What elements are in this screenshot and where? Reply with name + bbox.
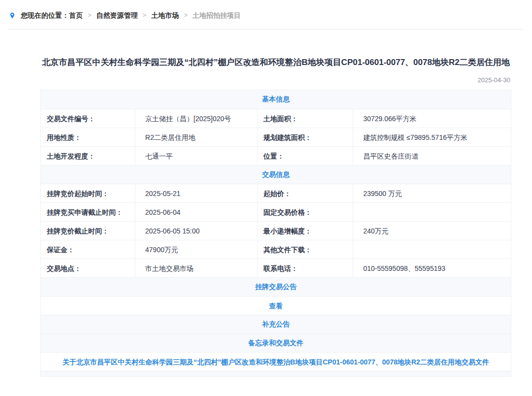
section-title: 备忘录和交易文件 <box>248 339 303 348</box>
breadcrumb-separator: > <box>184 10 188 20</box>
section-header-row: 挂牌交易公告 <box>41 277 511 296</box>
field-label: 土地开发程度： <box>41 147 135 165</box>
field-label: 最小递增幅度： <box>257 222 353 240</box>
section-header-row: 基本信息 <box>41 90 511 109</box>
page-title: 北京市昌平区中关村生命科学园三期及“北四村”棚户区改造和环境整治B地块项目CP0… <box>40 56 511 69</box>
transaction-file-link[interactable]: 关于北京市昌平区中关村生命科学园三期及“北四村”棚户区改造和环境整治B地块项目C… <box>63 357 489 367</box>
table-row: 挂牌竞价截止时间： 2025-06-05 15:00 最小递增幅度： 240万元 <box>41 221 511 240</box>
field-value <box>353 203 511 221</box>
section-title: 挂牌交易公告 <box>255 283 297 292</box>
field-label: 交易文件编号： <box>41 109 135 128</box>
field-label: 固定交易价格： <box>257 203 353 221</box>
breadcrumb-item-natural-resources[interactable]: 自然资源管理 <box>97 10 138 20</box>
field-value: 010-55595098、55595193 <box>353 259 511 277</box>
breadcrumb-item-land-market[interactable]: 土地市场 <box>151 10 179 20</box>
section-title: 基本信息 <box>262 95 290 104</box>
table-row: 挂牌竞买申请截止时间： 2025-06-04 固定交易价格： <box>41 202 511 221</box>
field-label: 其他文件下载： <box>257 240 353 259</box>
field-label: 位置： <box>257 147 353 165</box>
field-value: 2025-06-04 <box>135 203 257 221</box>
field-value: 2025-05-21 <box>135 184 257 202</box>
table-row: 交易文件编号： 京土储挂（昌）[2025]020号 土地面积： 30729.06… <box>41 109 511 128</box>
header-divider <box>9 29 523 30</box>
table-row: 土地开发程度： 七通一平 位置： 昌平区史各庄街道 <box>41 146 511 165</box>
breadcrumb-separator: > <box>143 10 147 20</box>
view-link[interactable]: 查看 <box>269 301 283 311</box>
field-label: 规划建筑面积： <box>257 128 353 146</box>
field-value: 239500 万元 <box>353 184 511 202</box>
field-value: 47900万元 <box>135 240 257 259</box>
detail-table: 基本信息 交易文件编号： 京土储挂（昌）[2025]020号 土地面积： 307… <box>40 90 511 377</box>
section-header-row-partial <box>41 371 511 376</box>
link-row: 关于北京市昌平区中关村生命科学园三期及“北四村”棚户区改造和环境整治B地块项目C… <box>41 352 511 371</box>
field-label: 挂牌竞价起始时间： <box>41 184 135 202</box>
field-value: 30729.066平方米 <box>353 109 511 128</box>
field-label: 挂牌竞买申请截止时间： <box>41 203 135 221</box>
section-header-row: 交易信息 <box>41 165 511 184</box>
section-header-row: 备忘录和交易文件 <box>41 333 511 352</box>
field-label: 用地性质： <box>41 128 135 146</box>
field-value: 昌平区史各庄街道 <box>353 147 511 165</box>
field-value: 七通一平 <box>135 147 257 165</box>
field-label: 交易地点： <box>41 259 135 277</box>
main-content: 北京市昌平区中关村生命科学园三期及“北四村”棚户区改造和环境整治B地块项目CP0… <box>40 56 511 377</box>
field-label: 保证金： <box>41 240 135 259</box>
breadcrumb-item-current: 土地招拍挂项目 <box>193 10 241 20</box>
field-label: 挂牌竞价截止时间： <box>41 222 135 240</box>
breadcrumb-separator: > <box>88 10 92 20</box>
field-value <box>353 240 511 259</box>
table-row: 交易地点： 市土地交易市场 联系电话： 010-55595098、5559519… <box>41 259 511 277</box>
field-value: 京土储挂（昌）[2025]020号 <box>135 109 257 128</box>
field-value: 市土地交易市场 <box>135 259 257 277</box>
field-label: 起始价： <box>257 184 353 202</box>
field-label: 土地面积： <box>257 109 353 128</box>
link-row: 查看 <box>41 296 511 315</box>
field-value: 240万元 <box>353 222 511 240</box>
field-value: 建筑控制规模 ≤79895.5716平方米 <box>353 128 511 146</box>
table-row: 保证金： 47900万元 其他文件下载： <box>41 240 511 259</box>
location-pin-icon <box>9 11 16 20</box>
breadcrumb: 您现在的位置： 首页 > 自然资源管理 > 土地市场 > 土地招拍挂项目 <box>0 0 532 20</box>
field-value: R2二类居住用地 <box>135 128 257 146</box>
section-header-row: 补充公告 <box>41 315 511 333</box>
breadcrumb-prefix: 您现在的位置： <box>21 10 69 20</box>
publish-date: 2025-04-30 <box>40 76 510 85</box>
breadcrumb-item-home[interactable]: 首页 <box>69 10 83 20</box>
field-label: 联系电话： <box>257 259 353 277</box>
table-row: 用地性质： R2二类居住用地 规划建筑面积： 建筑控制规模 ≤79895.571… <box>41 128 511 146</box>
field-value: 2025-06-05 15:00 <box>135 222 257 240</box>
section-title: 交易信息 <box>262 170 290 179</box>
table-row: 挂牌竞价起始时间： 2025-05-21 起始价： 239500 万元 <box>41 184 511 202</box>
section-title: 补充公告 <box>262 320 290 329</box>
